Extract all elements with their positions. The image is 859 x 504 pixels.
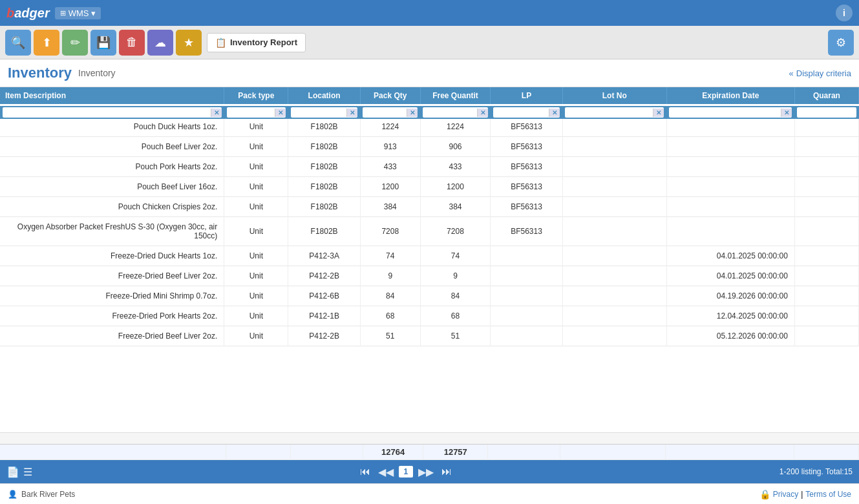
edit-button[interactable]: ✏ <box>62 30 88 56</box>
cloud-upload-button[interactable]: ☁ <box>147 30 173 56</box>
filter-pack-qty[interactable]: ✕ <box>363 107 418 118</box>
filter-lp-input[interactable] <box>493 107 549 118</box>
cell-item-desc: Freeze-Dried Beef Liver 2oz. <box>0 266 224 286</box>
cell-lot-no <box>562 326 666 346</box>
col-header-location[interactable]: Location <box>288 87 360 104</box>
filter-exp-date-clear[interactable]: ✕ <box>781 109 792 117</box>
cell-lot-no <box>562 286 666 306</box>
footer-user: 👤 Bark River Pets <box>8 490 75 499</box>
next-page-button[interactable]: ▶▶ <box>416 465 436 479</box>
cell-pack-qty: 1224 <box>360 117 420 137</box>
current-page[interactable]: 1 <box>399 466 414 478</box>
filter-free-qty[interactable]: ✕ <box>423 107 488 118</box>
col-header-free-qty[interactable]: Free Quantit <box>420 87 491 104</box>
cell-lp: BF56313 <box>491 117 562 137</box>
filter-exp-date[interactable]: ✕ <box>669 107 792 118</box>
page-title: Inventory <box>8 65 72 81</box>
table-wrapper[interactable]: Item Description Pack type Location Pack… <box>0 87 859 432</box>
wms-dropdown[interactable]: ⊞ WMS <box>55 7 101 19</box>
save-button[interactable]: 💾 <box>90 30 116 56</box>
cell-free-qty: 9 <box>420 266 491 286</box>
settings-button[interactable]: ⚙ <box>828 30 854 56</box>
cell-item-desc: Pouch Duck Hearts 1oz. <box>0 117 224 137</box>
breadcrumb: Inventory <box>78 68 116 78</box>
filter-location-input[interactable] <box>291 107 346 118</box>
terms-link[interactable]: Terms of Use <box>805 490 851 499</box>
upload-button[interactable]: ⬆ <box>34 30 59 56</box>
cell-lot-no <box>562 246 666 266</box>
main-content: Item Description Pack type Location Pack… <box>0 87 859 460</box>
privacy-link[interactable]: Privacy <box>773 490 798 499</box>
table-row: Pouch Beef Liver 2oz. Unit F1802B 913 90… <box>0 137 859 157</box>
filter-lot-no[interactable]: ✕ <box>565 107 664 118</box>
cell-lot-no <box>562 306 666 326</box>
cell-lot-no <box>562 266 666 286</box>
bottom-icons: 📄 ☰ <box>6 466 32 478</box>
cell-free-qty: 51 <box>420 326 491 346</box>
filter-location[interactable]: ✕ <box>291 107 357 118</box>
filter-pack-qty-input[interactable] <box>363 107 407 118</box>
col-header-lp[interactable]: LP <box>491 87 562 104</box>
cell-free-qty: 7208 <box>420 217 491 246</box>
table-row: Freeze-Dried Pork Hearts 2oz. Unit P412-… <box>0 306 859 326</box>
cell-exp-date: 04.01.2025 00:00:00 <box>666 266 794 286</box>
info-button[interactable]: i <box>836 5 853 21</box>
filter-quarantine[interactable] <box>797 107 856 118</box>
cell-lp: BF56313 <box>491 177 562 197</box>
filter-pack-type[interactable]: ✕ <box>227 107 286 118</box>
cell-quarantine <box>794 246 858 266</box>
col-header-quarantine[interactable]: Quaran <box>794 87 858 104</box>
cell-lp <box>491 286 562 306</box>
cell-pack-qty: 384 <box>360 197 420 217</box>
active-tab[interactable]: 📋 Inventory Report <box>207 33 306 52</box>
prev-page-button[interactable]: ◀◀ <box>376 465 396 479</box>
col-header-exp-date[interactable]: Expiration Date <box>666 87 794 104</box>
filter-location-clear[interactable]: ✕ <box>346 109 357 117</box>
search-button[interactable]: 🔍 <box>5 30 31 56</box>
cell-exp-date: 05.12.2026 00:00:00 <box>666 326 794 346</box>
cell-exp-date <box>666 177 794 197</box>
display-criteria-button[interactable]: « Display criteria <box>789 68 851 78</box>
export-icon[interactable]: 📄 <box>6 466 19 478</box>
filter-pack-type-input[interactable] <box>227 107 275 118</box>
filter-lp-clear[interactable]: ✕ <box>549 109 560 117</box>
cell-exp-date <box>666 197 794 217</box>
filter-item-desc-clear[interactable]: ✕ <box>211 109 222 117</box>
table-row: Pouch Chicken Crispies 2oz. Unit F1802B … <box>0 197 859 217</box>
horizontal-scrollbar[interactable] <box>0 432 859 444</box>
cell-location: P412-2B <box>288 266 360 286</box>
list-icon[interactable]: ☰ <box>23 466 32 478</box>
cell-free-qty: 1200 <box>420 177 491 197</box>
cell-lp: BF56313 <box>491 197 562 217</box>
filter-pack-qty-clear[interactable]: ✕ <box>407 109 418 117</box>
filter-item-desc[interactable]: ✕ <box>3 107 222 118</box>
cell-location: F1802B <box>288 157 360 177</box>
favorite-button[interactable]: ★ <box>176 30 202 56</box>
last-page-button[interactable]: ⏭ <box>439 465 454 479</box>
cell-lp <box>491 246 562 266</box>
cell-exp-date: 04.01.2025 00:00:00 <box>666 246 794 266</box>
col-header-pack-qty[interactable]: Pack Qty <box>360 87 420 104</box>
filter-lot-no-input[interactable] <box>565 107 653 118</box>
first-page-button[interactable]: ⏮ <box>357 465 373 479</box>
table-row: Pouch Duck Hearts 1oz. Unit F1802B 1224 … <box>0 117 859 137</box>
col-header-pack-type[interactable]: Pack type <box>224 87 288 104</box>
cell-lot-no <box>562 177 666 197</box>
filter-quarantine-input[interactable] <box>797 107 829 118</box>
display-criteria-label: Display criteria <box>796 68 851 78</box>
filter-item-desc-input[interactable] <box>3 107 211 118</box>
cell-lot-no <box>562 137 666 157</box>
filter-lp[interactable]: ✕ <box>493 107 560 118</box>
cell-free-qty: 384 <box>420 197 491 217</box>
col-header-lot-no[interactable]: Lot No <box>562 87 666 104</box>
filter-free-qty-input[interactable] <box>423 107 477 118</box>
cell-pack-type: Unit <box>224 326 288 346</box>
col-header-item-desc[interactable]: Item Description <box>0 87 224 104</box>
delete-button[interactable]: 🗑 <box>119 30 145 56</box>
filter-exp-date-input[interactable] <box>669 107 781 118</box>
filter-pack-type-clear[interactable]: ✕ <box>275 109 286 117</box>
filter-free-qty-clear[interactable]: ✕ <box>477 109 488 117</box>
cell-item-desc: Oxygen Absorber Packet FreshUS S-30 (Oxy… <box>0 217 224 246</box>
filter-lot-no-clear[interactable]: ✕ <box>653 109 664 117</box>
logo: badger <box>6 6 50 21</box>
